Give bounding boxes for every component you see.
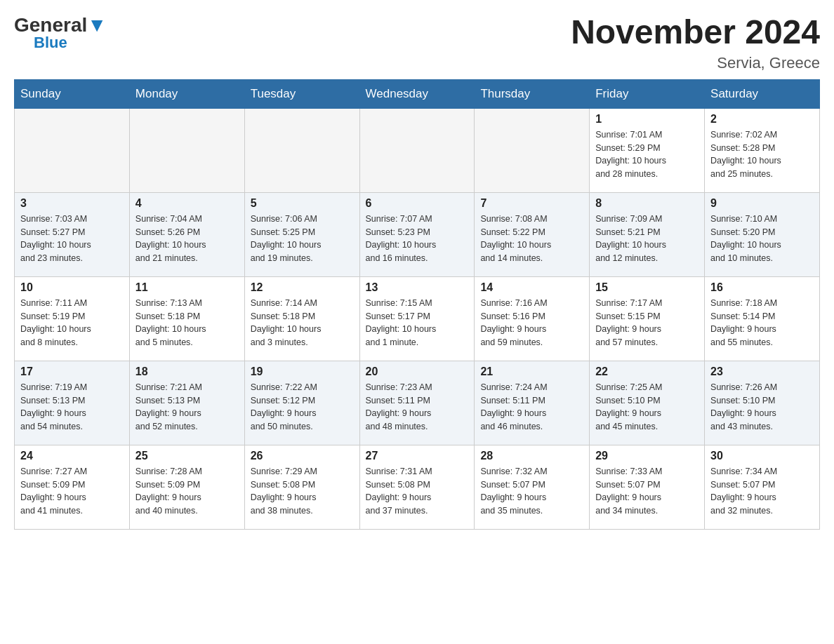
col-sunday: Sunday [15, 79, 130, 108]
table-row: 15Sunrise: 7:17 AMSunset: 5:15 PMDayligh… [590, 276, 705, 361]
title-area: November 2024 Servia, Greece [571, 14, 820, 72]
page-header: General▼ Blue November 2024 Servia, Gree… [14, 14, 820, 72]
day-info: Sunrise: 7:21 AMSunset: 5:13 PMDaylight:… [135, 381, 239, 434]
day-number: 10 [20, 281, 124, 294]
day-number: 21 [480, 365, 583, 378]
day-number: 27 [366, 450, 469, 462]
table-row: 19Sunrise: 7:22 AMSunset: 5:12 PMDayligh… [244, 361, 359, 445]
day-info: Sunrise: 7:15 AMSunset: 5:17 PMDaylight:… [366, 297, 469, 349]
day-number: 22 [595, 365, 699, 378]
day-info: Sunrise: 7:09 AMSunset: 5:21 PMDaylight:… [595, 213, 699, 265]
day-number: 20 [366, 365, 469, 378]
table-row: 24Sunrise: 7:27 AMSunset: 5:09 PMDayligh… [15, 445, 130, 529]
day-info: Sunrise: 7:10 AMSunset: 5:20 PMDaylight:… [710, 213, 814, 265]
day-number: 24 [20, 450, 124, 462]
logo-triangle-icon: ▼ [87, 14, 107, 36]
col-thursday: Thursday [475, 79, 590, 108]
table-row: 11Sunrise: 7:13 AMSunset: 5:18 PMDayligh… [129, 276, 244, 361]
day-number: 28 [480, 450, 583, 462]
calendar-week-row: 10Sunrise: 7:11 AMSunset: 5:19 PMDayligh… [15, 276, 820, 361]
day-info: Sunrise: 7:34 AMSunset: 5:07 PMDaylight:… [710, 465, 814, 518]
day-number: 18 [135, 365, 239, 378]
day-number: 8 [595, 197, 699, 210]
day-info: Sunrise: 7:29 AMSunset: 5:08 PMDaylight:… [251, 465, 354, 518]
table-row [475, 108, 590, 192]
day-info: Sunrise: 7:26 AMSunset: 5:10 PMDaylight:… [710, 381, 814, 434]
day-info: Sunrise: 7:11 AMSunset: 5:19 PMDaylight:… [20, 297, 124, 349]
table-row: 18Sunrise: 7:21 AMSunset: 5:13 PMDayligh… [129, 361, 244, 445]
day-info: Sunrise: 7:18 AMSunset: 5:14 PMDaylight:… [710, 297, 814, 349]
table-row: 30Sunrise: 7:34 AMSunset: 5:07 PMDayligh… [705, 445, 820, 529]
table-row: 17Sunrise: 7:19 AMSunset: 5:13 PMDayligh… [15, 361, 130, 445]
day-info: Sunrise: 7:32 AMSunset: 5:07 PMDaylight:… [480, 465, 583, 518]
day-number: 16 [710, 281, 814, 294]
table-row [359, 108, 475, 192]
table-row: 9Sunrise: 7:10 AMSunset: 5:20 PMDaylight… [705, 192, 820, 276]
logo: General▼ Blue [14, 14, 107, 52]
logo-blue-text: Blue [34, 34, 67, 52]
day-number: 29 [595, 450, 699, 462]
day-number: 23 [710, 365, 814, 378]
day-info: Sunrise: 7:08 AMSunset: 5:22 PMDaylight:… [480, 213, 583, 265]
col-wednesday: Wednesday [359, 79, 475, 108]
day-info: Sunrise: 7:03 AMSunset: 5:27 PMDaylight:… [20, 213, 124, 265]
col-monday: Monday [129, 79, 244, 108]
day-number: 3 [20, 197, 124, 210]
day-number: 4 [135, 197, 239, 210]
table-row: 25Sunrise: 7:28 AMSunset: 5:09 PMDayligh… [129, 445, 244, 529]
col-friday: Friday [590, 79, 705, 108]
calendar-table: Sunday Monday Tuesday Wednesday Thursday… [14, 79, 820, 530]
day-info: Sunrise: 7:24 AMSunset: 5:11 PMDaylight:… [480, 381, 583, 434]
day-number: 2 [710, 113, 814, 126]
table-row: 4Sunrise: 7:04 AMSunset: 5:26 PMDaylight… [129, 192, 244, 276]
day-info: Sunrise: 7:31 AMSunset: 5:08 PMDaylight:… [366, 465, 469, 518]
day-number: 1 [595, 113, 699, 126]
col-saturday: Saturday [705, 79, 820, 108]
table-row: 28Sunrise: 7:32 AMSunset: 5:07 PMDayligh… [475, 445, 590, 529]
table-row: 1Sunrise: 7:01 AMSunset: 5:29 PMDaylight… [590, 108, 705, 192]
table-row: 12Sunrise: 7:14 AMSunset: 5:18 PMDayligh… [244, 276, 359, 361]
day-info: Sunrise: 7:19 AMSunset: 5:13 PMDaylight:… [20, 381, 124, 434]
calendar-subtitle: Servia, Greece [571, 54, 820, 72]
table-row: 27Sunrise: 7:31 AMSunset: 5:08 PMDayligh… [359, 445, 475, 529]
day-number: 19 [251, 365, 354, 378]
day-number: 14 [480, 281, 583, 294]
col-tuesday: Tuesday [244, 79, 359, 108]
calendar-title: November 2024 [571, 14, 820, 51]
day-info: Sunrise: 7:01 AMSunset: 5:29 PMDaylight:… [595, 128, 699, 181]
table-row: 20Sunrise: 7:23 AMSunset: 5:11 PMDayligh… [359, 361, 475, 445]
calendar-week-row: 17Sunrise: 7:19 AMSunset: 5:13 PMDayligh… [15, 361, 820, 445]
day-number: 12 [251, 281, 354, 294]
day-number: 6 [366, 197, 469, 210]
day-number: 26 [251, 450, 354, 462]
table-row: 22Sunrise: 7:25 AMSunset: 5:10 PMDayligh… [590, 361, 705, 445]
day-number: 13 [366, 281, 469, 294]
day-info: Sunrise: 7:17 AMSunset: 5:15 PMDaylight:… [595, 297, 699, 349]
table-row [244, 108, 359, 192]
calendar-week-row: 1Sunrise: 7:01 AMSunset: 5:29 PMDaylight… [15, 108, 820, 192]
day-number: 7 [480, 197, 583, 210]
table-row [15, 108, 130, 192]
table-row: 23Sunrise: 7:26 AMSunset: 5:10 PMDayligh… [705, 361, 820, 445]
table-row: 7Sunrise: 7:08 AMSunset: 5:22 PMDaylight… [475, 192, 590, 276]
day-info: Sunrise: 7:07 AMSunset: 5:23 PMDaylight:… [366, 213, 469, 265]
table-row: 14Sunrise: 7:16 AMSunset: 5:16 PMDayligh… [475, 276, 590, 361]
day-number: 15 [595, 281, 699, 294]
day-info: Sunrise: 7:23 AMSunset: 5:11 PMDaylight:… [366, 381, 469, 434]
day-info: Sunrise: 7:13 AMSunset: 5:18 PMDaylight:… [135, 297, 239, 349]
day-number: 11 [135, 281, 239, 294]
table-row: 2Sunrise: 7:02 AMSunset: 5:28 PMDaylight… [705, 108, 820, 192]
day-info: Sunrise: 7:02 AMSunset: 5:28 PMDaylight:… [710, 128, 814, 181]
day-number: 5 [251, 197, 354, 210]
day-info: Sunrise: 7:28 AMSunset: 5:09 PMDaylight:… [135, 465, 239, 518]
day-info: Sunrise: 7:04 AMSunset: 5:26 PMDaylight:… [135, 213, 239, 265]
day-info: Sunrise: 7:06 AMSunset: 5:25 PMDaylight:… [251, 213, 354, 265]
table-row: 10Sunrise: 7:11 AMSunset: 5:19 PMDayligh… [15, 276, 130, 361]
table-row: 16Sunrise: 7:18 AMSunset: 5:14 PMDayligh… [705, 276, 820, 361]
day-info: Sunrise: 7:33 AMSunset: 5:07 PMDaylight:… [595, 465, 699, 518]
day-info: Sunrise: 7:25 AMSunset: 5:10 PMDaylight:… [595, 381, 699, 434]
calendar-header-row: Sunday Monday Tuesday Wednesday Thursday… [15, 79, 820, 108]
day-number: 17 [20, 365, 124, 378]
table-row: 8Sunrise: 7:09 AMSunset: 5:21 PMDaylight… [590, 192, 705, 276]
table-row: 21Sunrise: 7:24 AMSunset: 5:11 PMDayligh… [475, 361, 590, 445]
